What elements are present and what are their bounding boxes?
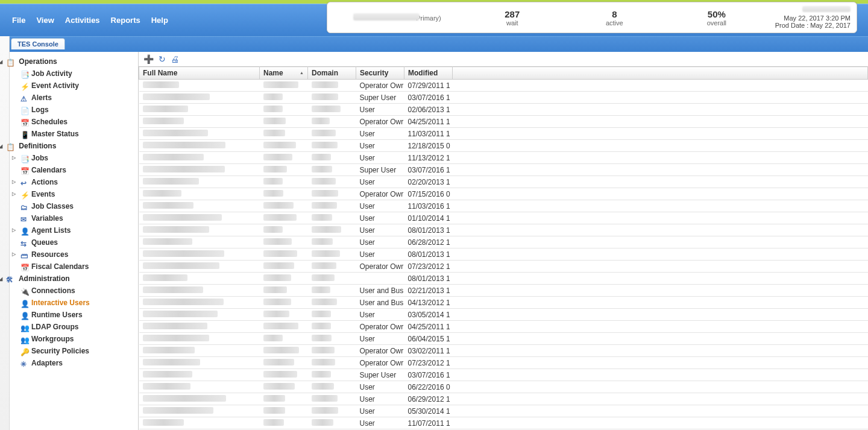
cell-security: User xyxy=(356,236,404,248)
col-name[interactable]: Name xyxy=(260,67,308,80)
cell-name xyxy=(260,164,308,176)
chevron-right-icon[interactable]: ▷ xyxy=(12,191,16,197)
menu-view[interactable]: View xyxy=(36,16,54,25)
menu-reports[interactable]: Reports xyxy=(111,16,140,25)
tree-calendars[interactable]: 📅Calendars xyxy=(2,164,136,176)
table-row[interactable]: User06/22/2016 0 xyxy=(139,381,868,393)
table-row[interactable]: Operator Owr07/29/2011 1 xyxy=(139,80,868,92)
cell-security: Operator Owr xyxy=(356,188,404,200)
tree-adapters[interactable]: ✳Adapters xyxy=(2,357,136,369)
menu-help[interactable]: Help xyxy=(151,16,168,25)
tree-event-activity[interactable]: ⚡Event Activity xyxy=(2,80,136,92)
cell-full-name xyxy=(139,381,260,393)
table-row[interactable]: User11/07/2011 1 xyxy=(139,417,868,429)
table-row[interactable]: Operator Owr03/02/2011 1 xyxy=(139,345,868,357)
table-row[interactable]: User11/03/2011 1 xyxy=(139,128,868,140)
table-row[interactable]: User02/20/2013 1 xyxy=(139,176,868,188)
menu-file[interactable]: File xyxy=(12,16,25,25)
table-row[interactable]: Operator Owr07/15/2016 0 xyxy=(139,188,868,200)
tree-resources[interactable]: ▷🗃Resources xyxy=(2,248,136,261)
table-row[interactable]: Super User03/07/2016 1 xyxy=(139,92,868,104)
cell-modified: 11/13/2012 1 xyxy=(404,152,453,164)
cell-modified: 03/05/2014 1 xyxy=(404,309,453,321)
tree-ldap-groups[interactable]: 👥LDAP Groups xyxy=(2,321,136,333)
table-row[interactable]: User02/06/2013 1 xyxy=(139,104,868,116)
tree-agent-lists[interactable]: ▷👤Agent Lists xyxy=(2,224,136,236)
table-row[interactable]: Super User03/07/2016 1 xyxy=(139,369,868,381)
add-button[interactable]: ➕ xyxy=(143,54,154,64)
tree-administration[interactable]: 🛠 Administration xyxy=(2,273,136,285)
tree-operations[interactable]: 📋 Operations xyxy=(2,55,136,68)
users-table: Full Name Name Domain Security Modified … xyxy=(139,66,868,429)
table-row[interactable]: User and Bus02/21/2013 1 xyxy=(139,285,868,297)
cell-name xyxy=(260,417,308,429)
tree-security-policies[interactable]: 🔑Security Policies xyxy=(2,345,136,357)
tree-job-activity[interactable]: 📑Job Activity xyxy=(2,68,136,80)
chevron-right-icon[interactable]: ▷ xyxy=(12,251,16,257)
cell-full-name xyxy=(139,128,260,140)
print-button[interactable]: 🖨 xyxy=(171,54,179,64)
tree-alerts[interactable]: ⚠Alerts xyxy=(2,92,136,104)
cell-full-name xyxy=(139,248,260,261)
tree-logs[interactable]: 📄Logs xyxy=(2,104,136,116)
table-row[interactable]: User11/13/2012 1 xyxy=(139,152,868,164)
table-row[interactable]: Operator Owr04/25/2011 1 xyxy=(139,116,868,128)
status-active: 8 active xyxy=(564,9,666,27)
tab-tes-console[interactable]: TES Console xyxy=(11,38,65,49)
tree-runtime-users[interactable]: 👤Runtime Users xyxy=(2,309,136,321)
tree-events[interactable]: ▷⚡Events xyxy=(2,188,136,200)
chevron-right-icon[interactable]: ▷ xyxy=(12,155,16,160)
col-security[interactable]: Security xyxy=(356,67,404,80)
table-row[interactable]: User06/29/2012 1 xyxy=(139,393,868,405)
cell-full-name xyxy=(139,333,260,345)
cell-name xyxy=(260,345,308,357)
cell-domain xyxy=(308,128,356,140)
table-row[interactable]: User03/05/2014 1 xyxy=(139,309,868,321)
tree-jobs[interactable]: ▷📑Jobs xyxy=(2,152,136,164)
table-row[interactable]: Operator Owr07/23/2012 1 xyxy=(139,261,868,273)
table-row[interactable]: User and Bus04/13/2012 1 xyxy=(139,297,868,309)
table-row[interactable]: Super User03/07/2016 1 xyxy=(139,164,868,176)
tree-interactive-users[interactable]: 👤Interactive Users xyxy=(2,297,136,309)
tree-job-classes[interactable]: 🗂Job Classes xyxy=(2,200,136,212)
table-row[interactable]: User05/30/2014 1 xyxy=(139,405,868,417)
tree-fiscal-calendars[interactable]: 📅Fiscal Calendars xyxy=(2,261,136,273)
tree-definitions[interactable]: 📋 Definitions xyxy=(2,140,136,152)
cell-name xyxy=(260,116,308,128)
table-row[interactable]: User06/28/2012 1 xyxy=(139,236,868,248)
master-status-icon: 📱 xyxy=(20,131,29,138)
table-row[interactable]: User08/01/2013 1 xyxy=(139,248,868,261)
table-row[interactable]: User08/01/2013 1 xyxy=(139,224,868,236)
tree-schedules[interactable]: 📅Schedules xyxy=(2,116,136,128)
cell-modified: 11/03/2011 1 xyxy=(404,128,453,140)
col-full-name[interactable]: Full Name xyxy=(139,67,260,80)
tree-queues[interactable]: ⇆Queues xyxy=(2,236,136,248)
refresh-button[interactable]: ↻ xyxy=(159,54,166,64)
cell-name xyxy=(260,393,308,405)
col-domain[interactable]: Domain xyxy=(308,67,356,80)
cell-name xyxy=(260,92,308,104)
status-host: Primary) xyxy=(333,13,461,22)
cell-modified: 02/21/2013 1 xyxy=(404,285,453,297)
tree-workgroups[interactable]: 👥Workgroups xyxy=(2,333,136,345)
admin-icon: 🛠 xyxy=(6,276,14,283)
table-row[interactable]: User01/10/2014 1 xyxy=(139,212,868,224)
chevron-right-icon[interactable]: ▷ xyxy=(12,179,16,185)
table-row[interactable]: User06/04/2015 1 xyxy=(139,333,868,345)
menu-activities[interactable]: Activities xyxy=(65,16,100,25)
table-row[interactable]: User12/18/2015 0 xyxy=(139,140,868,152)
cell-full-name xyxy=(139,357,260,369)
chevron-right-icon[interactable]: ▷ xyxy=(12,227,16,233)
tree-connections[interactable]: 🔌Connections xyxy=(2,285,136,297)
table-row[interactable]: Operator Owr04/25/2011 1 xyxy=(139,321,868,333)
tree-master-status[interactable]: 📱Master Status xyxy=(2,128,136,140)
table-row[interactable]: Operator Owr07/23/2012 1 xyxy=(139,357,868,369)
cell-full-name xyxy=(139,273,260,285)
col-modified[interactable]: Modified xyxy=(404,67,453,80)
cell-modified: 04/13/2012 1 xyxy=(404,297,453,309)
cell-full-name xyxy=(139,321,260,333)
tree-variables[interactable]: ✉Variables xyxy=(2,212,136,224)
tree-actions[interactable]: ▷↩Actions xyxy=(2,176,136,188)
table-row[interactable]: 08/01/2013 1 xyxy=(139,273,868,285)
table-row[interactable]: User11/03/2016 1 xyxy=(139,200,868,212)
